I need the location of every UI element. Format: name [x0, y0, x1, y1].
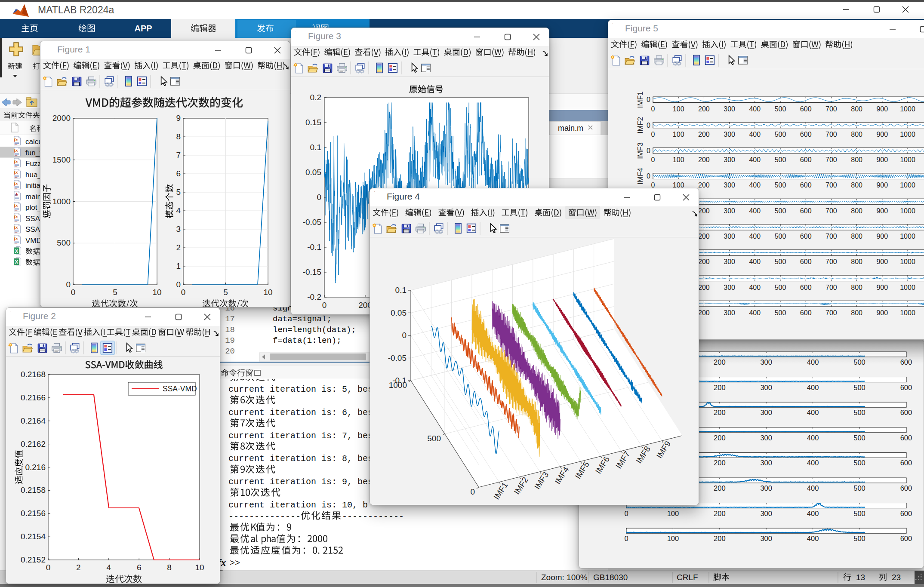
- svg-text:200: 200: [714, 535, 726, 542]
- svg-text:300: 300: [724, 258, 735, 265]
- svg-text:900: 900: [876, 207, 888, 215]
- svg-text:300: 300: [724, 233, 735, 240]
- svg-text:600: 600: [800, 258, 812, 265]
- svg-text:CRLF: CRLF: [677, 573, 698, 582]
- svg-text:300: 300: [760, 409, 772, 416]
- svg-text:800: 800: [851, 131, 862, 138]
- svg-text:0: 0: [46, 563, 51, 572]
- svg-text:19: 19: [225, 336, 235, 345]
- svg-text:IMF3: IMF3: [636, 142, 644, 159]
- svg-text:0: 0: [322, 301, 327, 310]
- svg-text:0: 0: [176, 280, 181, 289]
- svg-text:700: 700: [825, 284, 837, 291]
- svg-text:-0.15: -0.15: [303, 267, 321, 277]
- svg-text:200: 200: [698, 284, 710, 291]
- svg-text:600: 600: [900, 510, 912, 517]
- svg-text:0.1: 0.1: [310, 143, 321, 152]
- svg-text:100: 100: [667, 510, 679, 517]
- svg-text:1500: 1500: [52, 155, 71, 164]
- svg-text:8: 8: [167, 563, 172, 572]
- svg-text:SSA: SSA: [25, 225, 40, 234]
- svg-text:700: 700: [825, 309, 837, 317]
- svg-text:5: 5: [223, 288, 228, 297]
- svg-text:1000: 1000: [52, 197, 71, 206]
- svg-text:200: 200: [714, 384, 726, 391]
- svg-text:Figure 4: Figure 4: [387, 191, 420, 201]
- svg-text:0: 0: [66, 280, 71, 289]
- svg-text:1000: 1000: [900, 284, 915, 291]
- svg-text:300: 300: [760, 484, 772, 492]
- svg-text:Figure 2: Figure 2: [23, 311, 56, 321]
- svg-text:-0.05: -0.05: [388, 353, 407, 363]
- svg-text:1000: 1000: [900, 309, 915, 317]
- svg-text:0: 0: [402, 331, 407, 340]
- svg-text:3: 3: [176, 224, 181, 234]
- svg-text:2000: 2000: [52, 114, 71, 123]
- svg-text:1000: 1000: [900, 233, 915, 240]
- svg-text:200: 200: [698, 258, 710, 265]
- svg-text:400: 400: [807, 510, 819, 517]
- svg-text:900: 900: [876, 131, 888, 138]
- svg-text:0.2158: 0.2158: [21, 486, 46, 495]
- svg-text:0.2162: 0.2162: [21, 439, 46, 449]
- svg-text:9: 9: [176, 114, 181, 123]
- svg-text:100: 100: [673, 105, 684, 113]
- svg-text:10: 10: [152, 288, 161, 297]
- svg-text:10: 10: [195, 563, 204, 572]
- svg-text:300: 300: [724, 131, 735, 138]
- svg-text:>>: >>: [230, 558, 240, 568]
- svg-text:800: 800: [851, 284, 862, 291]
- svg-text:600: 600: [900, 535, 912, 542]
- svg-text:GB18030: GB18030: [593, 573, 628, 582]
- svg-text:IMF2: IMF2: [636, 117, 644, 134]
- svg-text:------------: ------------: [342, 512, 404, 522]
- svg-text:700: 700: [825, 105, 837, 113]
- svg-text:0.2154: 0.2154: [21, 532, 46, 541]
- svg-text:200: 200: [714, 358, 726, 366]
- svg-text:300: 300: [724, 105, 735, 113]
- svg-text:VMD: VMD: [25, 237, 42, 245]
- svg-text:0: 0: [647, 122, 650, 129]
- svg-text:500: 500: [775, 309, 786, 317]
- svg-text:900: 900: [876, 309, 888, 317]
- svg-text:0: 0: [71, 288, 76, 297]
- svg-text:500: 500: [427, 434, 441, 443]
- svg-text:600: 600: [800, 181, 812, 189]
- svg-text:300: 300: [760, 434, 772, 442]
- svg-text:500: 500: [853, 510, 865, 517]
- svg-text:-0.2: -0.2: [307, 292, 321, 301]
- svg-text:100: 100: [673, 156, 684, 163]
- svg-text:200: 200: [698, 105, 710, 113]
- svg-text:0.2164: 0.2164: [21, 416, 46, 425]
- svg-text:18: 18: [225, 325, 235, 335]
- svg-text:0: 0: [317, 193, 321, 202]
- svg-text:400: 400: [749, 258, 761, 265]
- svg-text:200: 200: [714, 409, 726, 416]
- svg-text:400: 400: [749, 131, 761, 138]
- svg-text:300: 300: [724, 156, 735, 163]
- svg-text:MATLAB R2024a: MATLAB R2024a: [38, 4, 114, 15]
- svg-text:1000: 1000: [900, 207, 915, 215]
- svg-text:8: 8: [176, 132, 181, 141]
- svg-text:0: 0: [624, 510, 628, 517]
- svg-text:500: 500: [775, 258, 786, 265]
- svg-text:900: 900: [876, 284, 888, 291]
- svg-text:200: 200: [698, 207, 710, 215]
- svg-text:600: 600: [800, 207, 812, 215]
- svg-text:Figure 3: Figure 3: [308, 31, 341, 41]
- svg-text:600: 600: [900, 434, 912, 442]
- svg-text:main: main: [25, 193, 41, 201]
- svg-text:400: 400: [807, 434, 819, 442]
- svg-text:0.2156: 0.2156: [21, 509, 46, 518]
- svg-text:400: 400: [749, 207, 761, 215]
- svg-text:5: 5: [113, 288, 117, 297]
- svg-text:4: 4: [176, 206, 181, 215]
- svg-text:SSA-VMD: SSA-VMD: [163, 384, 197, 393]
- svg-text:400: 400: [807, 535, 819, 542]
- svg-text:800: 800: [851, 309, 862, 317]
- svg-text:200: 200: [698, 309, 710, 317]
- svg-text:4: 4: [107, 563, 111, 572]
- svg-text:2: 2: [76, 563, 81, 572]
- svg-text:1000: 1000: [900, 258, 915, 265]
- svg-text:500: 500: [853, 358, 865, 366]
